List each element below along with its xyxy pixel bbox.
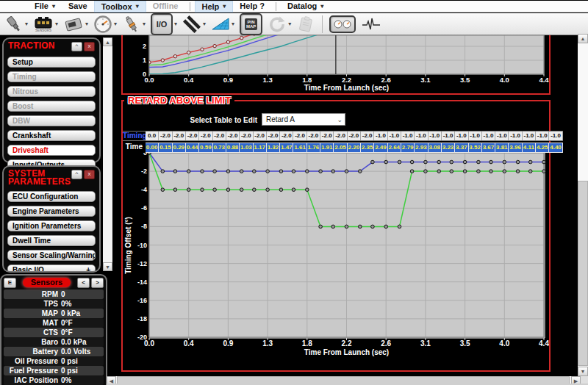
- menu-save[interactable]: Save: [62, 1, 94, 12]
- timing-cell[interactable]: -2.0: [267, 132, 280, 140]
- sensors-prev-button[interactable]: <: [77, 278, 90, 288]
- pulse-icon[interactable]: [359, 14, 383, 35]
- scroll-down-icon[interactable]: ▼: [578, 367, 588, 376]
- timing-cell[interactable]: -2.0: [307, 132, 320, 140]
- timing-cell[interactable]: -1.0: [388, 132, 401, 140]
- menu-help[interactable]: Help▾: [195, 1, 234, 12]
- stripes-icon[interactable]: ▾: [181, 14, 207, 35]
- timing-cell[interactable]: -1.0: [509, 132, 522, 140]
- time-cell[interactable]: 4.40: [549, 143, 562, 153]
- time-cell[interactable]: 1.91: [320, 143, 334, 153]
- timing-cell[interactable]: -2.0: [334, 132, 347, 140]
- timing-cell[interactable]: -2.0: [199, 132, 212, 140]
- traction-item-timing[interactable]: Timing: [7, 71, 96, 82]
- timing-cell[interactable]: -2.0: [240, 132, 253, 140]
- time-cell[interactable]: 3.23: [442, 143, 455, 153]
- timing-cell[interactable]: -2.0: [173, 132, 186, 140]
- launch-chart[interactable]: 0120.00.40.91.31.82.22.63.13.54.04.4Time…: [123, 35, 549, 94]
- scroll-down-icon[interactable]: ▼: [103, 262, 112, 271]
- io-button[interactable]: I/O▾: [149, 14, 179, 35]
- system-item-dwell-time[interactable]: Dwell Time: [7, 235, 96, 246]
- time-cell[interactable]: 2.20: [348, 143, 361, 153]
- time-cell[interactable]: 3.67: [482, 143, 495, 153]
- timing-cell[interactable]: -1.0: [429, 132, 442, 140]
- time-cell[interactable]: 2.35: [361, 143, 374, 153]
- time-cell[interactable]: 2.79: [401, 143, 415, 153]
- pinmap-button[interactable]: PINMAP: [238, 14, 264, 35]
- timing-cell[interactable]: -2.0: [186, 132, 199, 140]
- timing-cell[interactable]: -1.0: [374, 132, 387, 140]
- time-cell[interactable]: 2.93: [415, 143, 428, 153]
- time-cell[interactable]: 1.03: [240, 143, 253, 153]
- time-cell[interactable]: 0.59: [199, 143, 212, 153]
- clipboard-icon[interactable]: [295, 14, 317, 35]
- time-cell[interactable]: 4.11: [523, 143, 536, 153]
- time-cell[interactable]: 3.96: [509, 143, 522, 153]
- time-cell[interactable]: 3.08: [429, 143, 442, 153]
- timing-cell[interactable]: -1.0: [482, 132, 495, 140]
- time-cell[interactable]: 0.00: [146, 143, 159, 153]
- collapse-icon[interactable]: ^: [71, 42, 82, 51]
- menu-offline[interactable]: Offline: [146, 1, 185, 12]
- time-cell[interactable]: 0.44: [186, 143, 199, 153]
- timing-cell[interactable]: -2.0: [213, 132, 226, 140]
- timing-cell[interactable]: -1.0: [401, 132, 415, 140]
- time-cell[interactable]: 1.32: [267, 143, 280, 153]
- system-item-sensor-scaling-warnings[interactable]: Sensor Scaling/Warnings+: [7, 250, 96, 261]
- scroll-up-icon[interactable]: ▲: [578, 34, 588, 43]
- menu-datalog[interactable]: Datalog▾: [281, 1, 330, 12]
- timing-cell[interactable]: -1.0: [549, 132, 562, 140]
- time-cell[interactable]: 4.25: [536, 143, 549, 153]
- table-select-dropdown[interactable]: Retard A ⌄: [262, 113, 345, 126]
- timing-cell[interactable]: -1.0: [536, 132, 549, 140]
- system-item-basic-i-o[interactable]: Basic I/O+: [7, 265, 96, 273]
- menu-toolbox[interactable]: Toolbox▾: [94, 1, 146, 12]
- close-icon[interactable]: x: [84, 42, 95, 51]
- sparkplug-icon[interactable]: ▾: [121, 14, 147, 35]
- vertical-scroll-thumb[interactable]: [578, 181, 588, 366]
- timing-cell[interactable]: -1.0: [442, 132, 455, 140]
- close-icon[interactable]: x: [84, 170, 95, 179]
- sensors-edit-button[interactable]: E: [4, 278, 16, 288]
- time-cell[interactable]: 1.61: [293, 143, 306, 153]
- traction-item-nitrous[interactable]: Nitrous: [7, 86, 96, 97]
- time-cell[interactable]: 1.76: [307, 143, 320, 153]
- gauges-button[interactable]: [328, 14, 357, 35]
- time-cell[interactable]: 1.17: [254, 143, 267, 153]
- timing-cell[interactable]: -1.0: [523, 132, 536, 140]
- timing-cell[interactable]: -1.0: [495, 132, 509, 140]
- time-cell[interactable]: 1.47: [280, 143, 293, 153]
- collapse-icon[interactable]: ^: [71, 170, 82, 179]
- time-cell[interactable]: 3.81: [495, 143, 509, 153]
- time-cell[interactable]: 0.73: [213, 143, 226, 153]
- timing-cell[interactable]: -2.0: [159, 132, 172, 140]
- fan-icon[interactable]: ▾: [209, 14, 236, 35]
- timing-cell[interactable]: -2.0: [348, 132, 361, 140]
- time-cell[interactable]: 0.15: [159, 143, 172, 153]
- time-cell[interactable]: 2.05: [334, 143, 347, 153]
- traction-item-boost[interactable]: Boost: [7, 101, 96, 112]
- retard-chart[interactable]: 0-2-4-6-8-10-12-14-16-18-200.00.40.91.31…: [123, 150, 549, 369]
- timing-cell[interactable]: -2.0: [320, 132, 334, 140]
- gauge-icon[interactable]: ▾: [92, 14, 118, 35]
- timing-cell[interactable]: -2.0: [361, 132, 374, 140]
- menu-help-[interactable]: Help ?: [233, 1, 271, 12]
- sensors-next-button[interactable]: >: [91, 278, 104, 288]
- scroll-up-icon[interactable]: ▲: [103, 37, 112, 46]
- traction-item-crankshaft[interactable]: Crankshaft: [7, 130, 96, 141]
- timing-cell[interactable]: -2.0: [226, 132, 240, 140]
- traction-item-setup[interactable]: Setup: [7, 57, 96, 68]
- main-vertical-scrollbar[interactable]: ▲ ▼: [578, 34, 588, 376]
- traction-item-driveshaft[interactable]: Driveshaft: [7, 145, 96, 156]
- timing-cell[interactable]: -2.0: [254, 132, 267, 140]
- system-item-ignition-parameters[interactable]: Ignition Parameters: [7, 220, 96, 231]
- time-cell[interactable]: 3.52: [469, 143, 482, 153]
- timing-cell[interactable]: -2.0: [280, 132, 293, 140]
- timing-cell[interactable]: -1.0: [455, 132, 468, 140]
- system-item-engine-parameters[interactable]: Engine Parameters: [7, 206, 96, 217]
- time-cell[interactable]: 3.37: [455, 143, 468, 153]
- time-cell[interactable]: 2.64: [388, 143, 401, 153]
- time-cell[interactable]: 0.88: [226, 143, 240, 153]
- traction-item-dbw[interactable]: DBW: [7, 115, 96, 126]
- menu-file[interactable]: File▾: [28, 1, 62, 12]
